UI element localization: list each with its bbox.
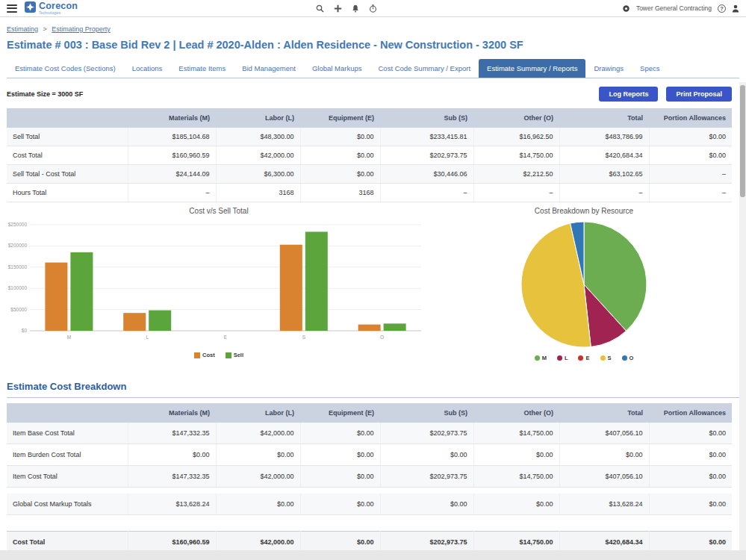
legend-item-l: L [557,355,568,361]
cell-value: $0.00 [300,531,380,553]
table-row-sell-total: Sell Total$185,104.68$48,300.00$0.00$233… [7,128,732,146]
cell-value: $0.00 [216,494,300,515]
cell-value: $0.00 [216,444,300,466]
legend-label: Cost [202,352,215,358]
cell-value: $0.00 [473,494,559,515]
bar-o-sell [384,323,406,331]
tab-specs[interactable]: Specs [632,59,668,78]
gear-icon[interactable] [622,4,630,13]
tab-estimate-cost-codes-sections[interactable]: Estimate Cost Codes (Sections) [7,59,124,78]
cell-value: – [559,184,649,202]
table-row-item-cost-total: Item Cost Total$147,332.35$42,000.00$0.0… [7,466,732,488]
legend-label: L [565,355,568,361]
corecon-logo-icon [25,1,36,16]
search-icon[interactable] [316,4,324,13]
cell-value: $13,628.24 [559,494,649,515]
cell-value: $0.00 [649,494,732,515]
legend-swatch [600,355,606,361]
cell-value: $2,212.50 [473,165,559,184]
timer-icon[interactable] [369,4,377,13]
user-icon[interactable] [732,4,739,13]
svg-text:O: O [380,335,384,340]
cell-value: $0.00 [300,423,380,444]
breadcrumb-link-estimating[interactable]: Estimating [7,25,38,33]
cell-value: $233,415.81 [380,128,473,146]
estimate-size-label: Estimate Size = 3000 SF [7,90,83,98]
tab-estimate-summary-reports[interactable]: Estimate Summary / Reports [479,59,585,78]
cell-value: $14,750.00 [473,531,559,553]
print-proposal-button[interactable]: Print Proposal [666,87,732,102]
corecon-logo[interactable]: Corecon Technologies [25,1,78,16]
bar-chart-legend: CostSell [3,352,435,358]
cell-value: $202,973.75 [380,531,473,553]
svg-text:$100000: $100000 [8,285,28,290]
cell-value: $16,962.50 [473,128,559,146]
tab-estimate-items[interactable]: Estimate Items [170,59,234,78]
cell-value: $14,750.00 [473,423,559,444]
svg-text:$50000: $50000 [10,307,27,312]
section-title-estimate-cost-breakdown: Estimate Cost Breakdown [7,381,739,398]
svg-text:$200000: $200000 [8,243,28,248]
tab-cost-code-summary-export[interactable]: Cost Code Summary / Export [370,59,479,78]
row-label: Global Cost Markup Totals [7,494,128,515]
brand-name: Corecon [39,1,78,11]
cell-value: 3168 [216,184,300,202]
legend-label: M [542,355,547,361]
cell-value: $0.00 [473,444,559,466]
row-label: Item Burden Cost Total [7,444,128,466]
row-label: Item Cost Total [7,466,128,488]
top-bar: Corecon Technologies Tower General Contr… [0,0,746,17]
svg-text:$250000: $250000 [8,222,28,227]
cell-value: $0.00 [649,444,732,466]
bar-m-cost [45,263,67,331]
svg-text:E: E [224,335,228,340]
cell-value: $0.00 [380,494,473,515]
cell-value: $24,144.09 [128,165,216,184]
log-reports-button[interactable]: Log Reports [599,87,658,102]
menu-icon[interactable] [7,4,17,13]
col-header-other-o: Other (O) [473,108,559,128]
tab-global-markups[interactable]: Global Markups [304,59,370,78]
company-name: Tower General Contracting [636,4,712,12]
legend-item-s: S [600,355,612,361]
tab-locations[interactable]: Locations [124,59,171,78]
brand-tagline: Technologies [39,11,78,15]
cell-value: $0.00 [300,128,380,146]
tab-drawings[interactable]: Drawings [585,59,632,78]
cell-value: $160,960.59 [128,531,216,553]
svg-text:M: M [67,335,71,340]
table-row-cost-total: Cost Total$160,960.59$42,000.00$0.00$202… [7,531,732,553]
tab-bid-management[interactable]: Bid Management [234,59,304,78]
legend-swatch [557,355,562,361]
legend-item-sell: Sell [226,352,243,358]
cell-value: $0.00 [300,146,380,165]
plus-icon[interactable] [334,4,342,13]
cell-value: $42,000.00 [216,423,300,444]
cell-value: $13,628.24 [128,494,216,515]
cell-value: $0.00 [300,165,380,184]
help-icon[interactable]: ? [718,4,726,13]
bar-chart-title: Cost v/s Sell Total [3,207,435,215]
cell-value: $147,332.35 [128,423,216,444]
row-label: Cost Total [7,146,128,165]
cell-value: $0.00 [300,466,380,488]
svg-text:S: S [302,335,306,340]
col-header-materials-m: Materials (M) [128,403,216,423]
legend-swatch [578,355,583,361]
table-row-item-burden-cost-total: Item Burden Cost Total$0.00$0.00$0.00$0.… [7,444,732,466]
cell-value: $407,056.10 [559,466,649,488]
vertical-scrollbar[interactable] [739,82,746,560]
cell-value: $30,446.06 [380,165,473,184]
scrollbar-thumb[interactable] [740,85,745,197]
cell-value: – [649,184,732,202]
col-header-portion-allowances: Portion Allowances [649,108,732,128]
legend-item-m: M [535,355,547,361]
breadcrumb-link-estimating-property[interactable]: Estimating Property [52,25,111,33]
cell-value: $0.00 [128,444,216,466]
bell-icon[interactable] [352,4,359,13]
cell-value: $0.00 [559,444,649,466]
page-bottom-strip [0,550,746,560]
spacer-cell [7,488,732,494]
spacer-row [7,488,732,494]
bar-l-sell [149,311,171,331]
